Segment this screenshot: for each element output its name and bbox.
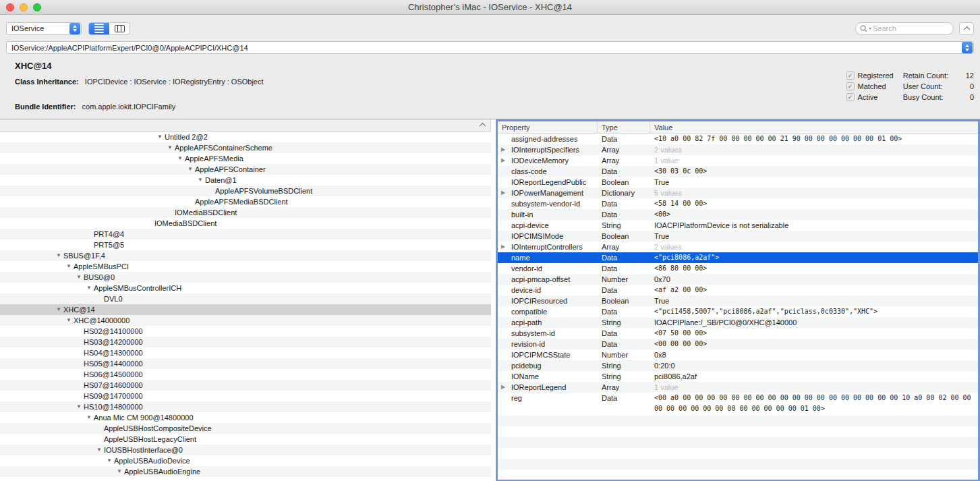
path-stepper-icon[interactable]	[962, 42, 973, 53]
tree-row[interactable]: PRT5@5	[0, 239, 491, 250]
flag-checkbox[interactable]	[846, 72, 855, 80]
tree-row[interactable]: AppleUSBHostCompositeDevice	[0, 423, 491, 434]
property-row[interactable]: subsystem-vendor-idData<58 14 00 00>	[498, 198, 978, 209]
disclosure-triangle-icon[interactable]: ▼	[66, 261, 74, 272]
tree-row[interactable]: IOMediaBSDClient	[0, 207, 491, 218]
tree-row[interactable]: DVL0	[0, 293, 491, 304]
search-scope-chevron-icon[interactable]	[869, 28, 871, 30]
property-row[interactable]: acpi-deviceStringIOACPIPlatformDevice is…	[498, 220, 978, 231]
property-value: IOACPIPlatformDevice is not serializable	[650, 220, 978, 231]
tree-row[interactable]: PRT4@4	[0, 229, 491, 239]
tree-row[interactable]: ▼SBUS@1F,4	[0, 250, 491, 261]
property-row[interactable]: ▶IOInterruptControllersArray2 values	[498, 242, 978, 252]
property-row[interactable]: revision-idData<00 00 00 00>	[498, 339, 978, 349]
list-view-segment[interactable]	[89, 23, 109, 34]
disclosure-triangle-icon[interactable]: ▼	[76, 272, 84, 283]
column-header-value[interactable]: Value	[650, 121, 978, 133]
property-row[interactable]: IOPCIMSIModeBooleanTrue	[498, 231, 978, 242]
tree-row[interactable]: AppleUSBHostLegacyClient	[0, 434, 491, 445]
tree-row[interactable]: ▼HS10@14800000	[0, 401, 491, 412]
tree-row[interactable]: ▼XHC@14	[0, 304, 491, 315]
property-row[interactable]: acpi-pathStringIOACPIPlane:/_SB/PCI0@0/X…	[498, 317, 978, 328]
disclosure-triangle-icon[interactable]: ▼	[86, 283, 94, 293]
property-row[interactable]: IOReportLegendPublicBooleanTrue	[498, 177, 978, 188]
disclosure-triangle-icon[interactable]: ▶	[501, 155, 505, 166]
flag-checkbox[interactable]	[846, 82, 855, 90]
flag-row: Registered	[846, 72, 894, 80]
path-field[interactable]: IOService:/AppleACPIPlatformExpert/PCI0@…	[6, 41, 974, 54]
tree-row[interactable]: ▼XHC@14000000	[0, 315, 491, 326]
property-row[interactable]: ▶IOInterruptSpecifiersArray2 values	[498, 144, 978, 155]
tree-row[interactable]: HS09@14700000	[0, 391, 491, 401]
disclosure-triangle-icon[interactable]: ▼	[167, 142, 175, 153]
property-row[interactable]: IOPCIPMCSStateNumber0x8	[498, 349, 978, 360]
tree-row[interactable]: ▼AppleUSBAudioEngine	[0, 466, 491, 477]
disclosure-triangle-icon[interactable]: ▼	[66, 315, 74, 326]
tree-row[interactable]: ▼BUS0@0	[0, 272, 491, 283]
disclosure-triangle-icon[interactable]: ▼	[56, 250, 63, 261]
tree-row[interactable]: ▼AppleSMBusControllerICH	[0, 283, 491, 293]
plane-selector-popup[interactable]: IOService	[6, 22, 82, 35]
disclosure-triangle-icon[interactable]: ▼	[107, 455, 114, 466]
tree-row[interactable]: HS02@14100000	[0, 326, 491, 337]
tree-row[interactable]: IOMediaBSDClient	[0, 218, 491, 229]
column-header-property[interactable]: Property	[498, 121, 598, 133]
property-row[interactable]: built-inData<00>	[498, 209, 978, 220]
disclosure-triangle-icon[interactable]: ▼	[188, 164, 195, 175]
close-window-icon[interactable]	[6, 3, 14, 11]
disclosure-triangle-icon[interactable]: ▼	[76, 401, 84, 412]
tree-row[interactable]: AppleAPFSVolumeBSDClient	[0, 186, 491, 196]
property-row[interactable]: IOPCIResourcedBooleanTrue	[498, 295, 978, 306]
property-row[interactable]: subsystem-idData<07 50 00 00>	[498, 328, 978, 339]
main-content: ▼Untitled 2@2▼AppleAPFSContainerScheme▼A…	[0, 119, 980, 481]
property-row[interactable]: ▶IODeviceMemoryArray1 value	[498, 155, 978, 166]
disclosure-triangle-icon[interactable]: ▶	[501, 144, 505, 155]
flag-checkbox[interactable]	[846, 93, 855, 101]
disclosure-triangle-icon[interactable]: ▼	[86, 412, 94, 423]
property-row[interactable]: regData<00 a0 00 00 00 00 00 00 00 00 00…	[498, 393, 978, 414]
disclosure-triangle-icon[interactable]: ▶	[501, 188, 505, 198]
property-row[interactable]: class-codeData<30 03 0c 00>	[498, 166, 978, 177]
property-row[interactable]: assigned-addressesData<10 a0 00 82 7f 00…	[498, 134, 978, 144]
column-view-segment[interactable]	[109, 23, 129, 34]
tree-row[interactable]: ▼Anua Mic CM 900@14800000	[0, 412, 491, 423]
property-row[interactable]: ▶IOReportLegendArray1 value	[498, 382, 978, 393]
zoom-window-icon[interactable]	[33, 3, 41, 11]
property-row[interactable]: pcidebugString0:20:0	[498, 360, 978, 371]
disclosure-triangle-icon[interactable]: ▼	[198, 175, 205, 186]
tree-row[interactable]: AppleAPFSMediaBSDClient	[0, 196, 491, 207]
property-row[interactable]: compatibleData<"pci1458,5007","pci8086,a…	[498, 306, 978, 317]
tree-row[interactable]: HS06@14500000	[0, 369, 491, 380]
property-row[interactable]: ▶IOPowerManagementDictionary5 values	[498, 188, 978, 198]
toolbar-collapse-button[interactable]	[959, 22, 974, 35]
property-row[interactable]: IONameStringpci8086,a2af	[498, 371, 978, 382]
disclosure-triangle-icon[interactable]: ▼	[56, 304, 63, 315]
property-row[interactable]: nameData<"pci8086,a2af">	[498, 252, 978, 263]
minimize-window-icon[interactable]	[20, 3, 28, 11]
search-field[interactable]	[855, 22, 954, 35]
tree-row[interactable]: ▼AppleSMBusPCI	[0, 261, 491, 272]
disclosure-triangle-icon[interactable]: ▼	[177, 153, 185, 164]
tree-row[interactable]: HS07@14600000	[0, 380, 491, 391]
disclosure-triangle-icon[interactable]: ▶	[501, 382, 505, 393]
tree-row[interactable]: ▼AppleAPFSMedia	[0, 153, 491, 164]
tree-row[interactable]: HS03@14200000	[0, 337, 491, 347]
search-input[interactable]	[873, 24, 949, 32]
disclosure-triangle-icon[interactable]: ▶	[501, 242, 505, 252]
disclosure-triangle-icon[interactable]: ▼	[96, 445, 104, 455]
property-row[interactable]: device-idData<af a2 00 00>	[498, 285, 978, 295]
tree-row[interactable]: ▼AppleUSBAudioDevice	[0, 455, 491, 466]
tree-row[interactable]: ▼IOUSBHostInterface@0	[0, 445, 491, 455]
property-row[interactable]: acpi-pmcap-offsetNumber0x70	[498, 274, 978, 285]
tree-header[interactable]	[0, 119, 491, 132]
tree-row[interactable]: ▼AppleAPFSContainer	[0, 164, 491, 175]
tree-row[interactable]: ▼Untitled 2@2	[0, 132, 491, 142]
column-header-type[interactable]: Type	[598, 121, 650, 133]
tree-row[interactable]: ▼Daten@1	[0, 175, 491, 186]
property-row[interactable]: vendor-idData<86 80 00 00>	[498, 263, 978, 274]
tree-row[interactable]: HS05@14400000	[0, 358, 491, 369]
tree-row[interactable]: HS04@14300000	[0, 347, 491, 358]
tree-row[interactable]: ▼AppleAPFSContainerScheme	[0, 142, 491, 153]
disclosure-triangle-icon[interactable]: ▼	[117, 466, 124, 477]
disclosure-triangle-icon[interactable]: ▼	[157, 132, 165, 142]
